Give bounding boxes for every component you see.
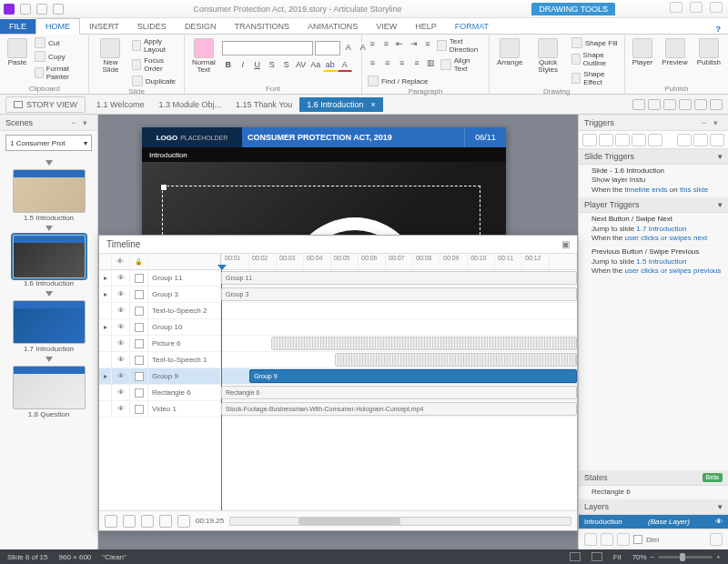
view-desktop-button[interactable] (632, 99, 645, 110)
object-name[interactable]: Picture 6 (148, 336, 221, 351)
timeline-row[interactable]: ▸Group 9Group 9 (99, 368, 577, 385)
tab-design[interactable]: DESIGN (176, 19, 226, 34)
visibility-toggle[interactable] (112, 368, 130, 384)
align-right-button[interactable]: ≡ (395, 55, 409, 70)
triggers-collapse-button[interactable]: − (702, 118, 711, 127)
slide-triggers-header[interactable]: Slide Triggers▾ (579, 149, 728, 165)
expand-toggle[interactable] (99, 385, 112, 400)
spacing-button[interactable]: AV (294, 57, 308, 72)
format-painter-button[interactable]: Format Painter (33, 64, 85, 82)
track[interactable]: Group 9 (221, 368, 577, 384)
visibility-toggle[interactable] (112, 401, 130, 417)
font-color-button[interactable]: A (338, 57, 352, 72)
visibility-column-header[interactable] (112, 254, 130, 269)
slide-tab[interactable]: 1.3 Module Obj... (151, 97, 228, 112)
move-down-button[interactable] (693, 134, 708, 146)
justify-button[interactable]: ≡ (410, 55, 423, 70)
focus-order-button[interactable]: Focus Order (130, 55, 180, 74)
tab-home[interactable]: HOME (35, 18, 80, 35)
expand-toggle[interactable] (99, 336, 112, 351)
slide-tab[interactable]: 1.6 Introduction× (299, 97, 382, 112)
eye-icon[interactable]: 👁 (715, 518, 723, 526)
stop-button[interactable] (123, 515, 136, 528)
minimize-button[interactable] (670, 2, 682, 13)
bullets-button[interactable]: ≡ (366, 36, 379, 51)
arrange-button[interactable]: Arrange (493, 36, 526, 68)
play-button[interactable] (105, 515, 117, 528)
visibility-toggle[interactable] (112, 303, 130, 318)
expand-toggle[interactable] (99, 303, 112, 318)
expand-toggle[interactable]: ▸ (99, 319, 112, 335)
timeline-row[interactable]: Video 1Stock-Footage-Businessman-With-Co… (99, 401, 577, 418)
scene-thumb[interactable] (13, 169, 86, 213)
lock-toggle[interactable] (130, 303, 148, 318)
object-name[interactable]: Text-to-Speech 1 (148, 352, 221, 368)
object-name[interactable]: Group 9 (148, 368, 221, 384)
quick-access-undo[interactable] (36, 4, 47, 15)
object-name[interactable]: Rectangle 6 (148, 385, 221, 400)
tab-format[interactable]: FORMAT (446, 19, 498, 34)
state-rect6[interactable]: Rectangle 6 (579, 486, 728, 499)
timeline-row[interactable]: ▸Group 11Group 11 (99, 270, 577, 287)
shape-outline-button[interactable]: Shape Outline (570, 50, 621, 68)
track[interactable] (221, 303, 577, 318)
text-direction-button[interactable]: Text Direction (435, 36, 489, 55)
zoom-plus-button[interactable]: + (716, 553, 721, 561)
font-family-select[interactable] (222, 41, 313, 55)
expand-toggle[interactable] (99, 401, 112, 417)
layers-header[interactable]: Layers▾ (579, 499, 728, 515)
font-grow-button[interactable]: A (341, 40, 356, 55)
dim-checkbox[interactable] (633, 535, 642, 544)
trigger-prev-item[interactable]: Previous Button / Swipe Previous Jump to… (579, 246, 728, 278)
player-triggers-header[interactable]: Player Triggers▾ (579, 197, 728, 213)
quick-access-save[interactable] (20, 4, 31, 15)
timeline-row[interactable]: Rectangle 6Rectangle 6 (99, 385, 577, 401)
lock-toggle[interactable] (130, 319, 148, 335)
zoom-in-button[interactable] (177, 515, 190, 528)
visibility-toggle[interactable] (112, 336, 130, 351)
cut-button[interactable]: Cut (33, 36, 85, 49)
new-slide-button[interactable]: New Slide (93, 36, 127, 76)
font-size-select[interactable] (315, 41, 340, 55)
lock-toggle[interactable] (130, 401, 148, 417)
tab-help[interactable]: HELP (406, 19, 446, 34)
tab-insert[interactable]: INSERT (80, 19, 128, 34)
timeline-scrollbar[interactable] (229, 517, 571, 526)
case-button[interactable]: Aa (308, 57, 323, 72)
timeline-dock-button[interactable]: ▣ (561, 239, 570, 249)
object-name[interactable]: Group 3 (148, 287, 221, 302)
shape-fill-button[interactable]: Shape Fill (570, 36, 621, 49)
object-name[interactable]: Group 10 (148, 319, 221, 335)
quick-access-redo[interactable] (53, 4, 64, 15)
audio-waveform[interactable] (271, 337, 577, 350)
preview-button[interactable]: Preview (658, 36, 691, 68)
expand-toggle[interactable]: ▸ (99, 270, 112, 286)
bold-button[interactable]: B (221, 57, 236, 72)
new-layer-button[interactable] (584, 533, 597, 546)
tab-animations[interactable]: ANIMATIONS (298, 19, 367, 34)
expand-toggle[interactable]: ▸ (99, 368, 112, 384)
player-button[interactable]: Player (629, 36, 657, 68)
shape-effect-button[interactable]: Shape Effect (570, 69, 621, 87)
visibility-toggle[interactable] (112, 385, 130, 400)
close-button[interactable] (710, 2, 723, 13)
zoom-slider[interactable] (658, 556, 713, 559)
tab-view[interactable]: VIEW (367, 19, 406, 34)
object-name[interactable]: Video 1 (148, 401, 221, 417)
slide-tab[interactable]: 1.15 Thank You (228, 97, 299, 112)
scene-thumb[interactable] (13, 366, 86, 409)
maximize-button[interactable] (690, 2, 703, 13)
view-mode-story-button[interactable] (592, 552, 602, 561)
line-spacing-button[interactable]: ≡ (421, 36, 434, 51)
numbering-button[interactable]: ≡ (379, 36, 392, 51)
lock-toggle[interactable] (130, 287, 148, 302)
visibility-toggle[interactable] (112, 352, 130, 368)
tab-slides[interactable]: SLIDES (128, 19, 176, 34)
zoom-out-button[interactable] (141, 515, 154, 528)
track[interactable]: Group 3 (221, 287, 577, 302)
track[interactable] (221, 319, 577, 335)
timeline-clip[interactable]: Group 3 (221, 287, 577, 301)
trigger-next-item[interactable]: Next Button / Swipe Next Jump to slide 1… (579, 213, 728, 246)
new-trigger-button[interactable] (582, 134, 597, 146)
align-left-button[interactable]: ≡ (366, 55, 379, 70)
